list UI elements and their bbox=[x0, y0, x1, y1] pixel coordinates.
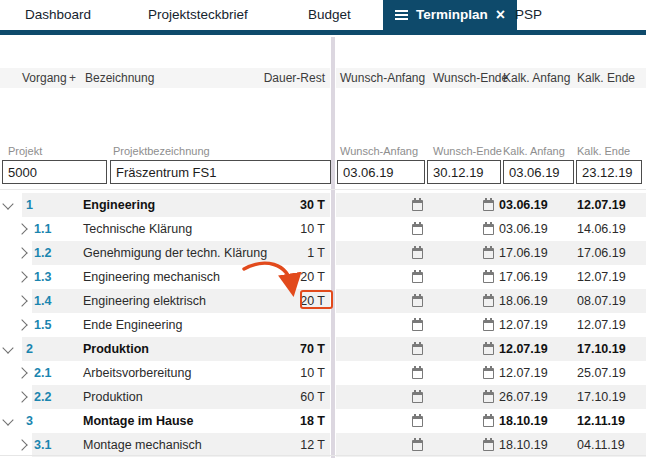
task-kalk-ende: 12.07.19 bbox=[577, 313, 626, 337]
task-row[interactable]: 1.3 Engineering mechanisch 20 T 17.06.19… bbox=[0, 265, 646, 289]
expander-chevron-right-icon[interactable] bbox=[16, 247, 27, 258]
tab-budget[interactable]: Budget bbox=[308, 0, 351, 30]
task-number: 1 bbox=[26, 193, 33, 217]
tab-projektsteckbrief[interactable]: Projektsteckbrief bbox=[148, 0, 248, 30]
annotation-highlight-box bbox=[300, 290, 333, 309]
calendar-icon[interactable] bbox=[483, 296, 494, 307]
tab-terminplan-active[interactable]: Terminplan × bbox=[383, 0, 517, 30]
task-row[interactable]: 1.2 Genehmigung der techn. Klärung 1 T 1… bbox=[0, 241, 646, 265]
calendar-icon[interactable] bbox=[412, 440, 423, 451]
calendar-icon[interactable] bbox=[483, 416, 494, 427]
expander-chevron-right-icon[interactable] bbox=[16, 439, 27, 450]
col-header-wunsch-ende[interactable]: Wunsch-Ende bbox=[433, 68, 508, 88]
calendar-icon[interactable] bbox=[483, 272, 494, 283]
task-kalk-ende: 17.10.19 bbox=[577, 385, 626, 409]
menu-hamburger-icon[interactable] bbox=[395, 10, 408, 20]
task-row[interactable]: 3 Montage im Hause 18 T 18.10.19 12.11.1… bbox=[0, 409, 646, 433]
calendar-icon[interactable] bbox=[483, 224, 494, 235]
task-name: Engineering mechanisch bbox=[83, 265, 220, 289]
task-row[interactable]: 2.2 Produktion 60 T 26.07.19 17.10.19 bbox=[0, 385, 646, 409]
task-row[interactable]: 1 Engineering 30 T 03.06.19 12.07.19 bbox=[0, 193, 646, 217]
calendar-icon[interactable] bbox=[483, 344, 494, 355]
expander-chevron-down-icon[interactable] bbox=[2, 198, 13, 209]
col-header-bezeichnung[interactable]: Bezeichnung bbox=[85, 68, 154, 88]
calendar-icon[interactable] bbox=[483, 200, 494, 211]
col-header-dauer-rest[interactable]: Dauer-Rest bbox=[250, 68, 325, 88]
wunsch-ende-input[interactable] bbox=[427, 160, 501, 184]
task-kalk-anfang: 18.10.19 bbox=[499, 409, 548, 433]
calendar-icon[interactable] bbox=[483, 320, 494, 331]
expander-chevron-right-icon[interactable] bbox=[16, 319, 27, 330]
expander-chevron-right-icon[interactable] bbox=[16, 391, 27, 402]
calendar-icon[interactable] bbox=[412, 272, 423, 283]
tab-psp[interactable]: PSP bbox=[515, 0, 542, 30]
task-kalk-anfang: 12.07.19 bbox=[499, 361, 548, 385]
expander-chevron-right-icon[interactable] bbox=[16, 367, 27, 378]
calendar-icon[interactable] bbox=[412, 248, 423, 259]
wunsch-anfang-input[interactable] bbox=[337, 160, 425, 184]
task-table-rows: 1 Engineering 30 T 03.06.19 12.07.19 1.1… bbox=[0, 193, 646, 457]
task-number: 1.2 bbox=[34, 241, 51, 265]
label-projektbezeichnung: Projektbezeichnung bbox=[113, 144, 210, 158]
task-duration: 10 T bbox=[250, 361, 325, 385]
task-number: 2.1 bbox=[34, 361, 51, 385]
col-header-kalk-anfang[interactable]: Kalk. Anfang bbox=[503, 68, 570, 88]
projektbezeichnung-input[interactable] bbox=[110, 160, 331, 184]
calendar-icon[interactable] bbox=[412, 416, 423, 427]
calendar-icon[interactable] bbox=[412, 200, 423, 211]
kalk-ende-input[interactable] bbox=[576, 160, 642, 184]
col-header-kalk-ende[interactable]: Kalk. Ende bbox=[577, 68, 635, 88]
calendar-icon[interactable] bbox=[412, 320, 423, 331]
expander-chevron-down-icon[interactable] bbox=[2, 414, 13, 425]
label-wunsch-ende: Wunsch-Ende bbox=[433, 144, 502, 158]
calendar-icon[interactable] bbox=[412, 368, 423, 379]
calendar-icon[interactable] bbox=[483, 248, 494, 259]
calendar-icon[interactable] bbox=[412, 224, 423, 235]
task-name: Montage im Hause bbox=[83, 409, 193, 433]
task-name: Montage mechanisch bbox=[83, 433, 202, 457]
active-tab-underline bbox=[0, 30, 646, 35]
task-number: 1.4 bbox=[34, 289, 51, 313]
kalk-anfang-input[interactable] bbox=[503, 160, 574, 184]
task-row[interactable]: 1.1 Technische Klärung 10 T 03.06.19 14.… bbox=[0, 217, 646, 241]
task-row[interactable]: 1.4 Engineering elektrisch 20 T 18.06.19… bbox=[0, 289, 646, 313]
projekt-input[interactable] bbox=[2, 160, 107, 184]
tab-bar: Dashboard Projektsteckbrief Budget Termi… bbox=[0, 0, 646, 30]
task-kalk-anfang: 12.07.19 bbox=[499, 337, 548, 361]
calendar-icon[interactable] bbox=[483, 368, 494, 379]
column-header-row: Vorgang + Bezeichnung Dauer-Rest Wunsch-… bbox=[0, 68, 646, 88]
task-row[interactable]: 3.1 Montage mechanisch 12 T 18.10.19 04.… bbox=[0, 433, 646, 457]
task-duration: 70 T bbox=[250, 337, 325, 361]
close-tab-icon[interactable]: × bbox=[496, 1, 505, 29]
task-name: Technische Klärung bbox=[83, 217, 192, 241]
expander-chevron-right-icon[interactable] bbox=[16, 223, 27, 234]
task-number: 3.1 bbox=[34, 433, 51, 457]
calendar-icon[interactable] bbox=[483, 440, 494, 451]
expander-chevron-right-icon[interactable] bbox=[16, 271, 27, 282]
calendar-icon[interactable] bbox=[483, 392, 494, 403]
task-duration: 60 T bbox=[250, 385, 325, 409]
task-kalk-ende: 04.11.19 bbox=[577, 433, 625, 457]
task-row[interactable]: 2.1 Arbeitsvorbereitung 10 T 12.07.19 25… bbox=[0, 361, 646, 385]
task-kalk-anfang: 18.10.19 bbox=[499, 433, 548, 457]
task-kalk-anfang: 17.06.19 bbox=[499, 241, 548, 265]
plus-icon[interactable]: + bbox=[69, 68, 76, 88]
task-name: Arbeitsvorbereitung bbox=[83, 361, 191, 385]
task-kalk-ende: 12.07.19 bbox=[577, 193, 626, 217]
calendar-icon[interactable] bbox=[412, 296, 423, 307]
col-header-wunsch-anfang[interactable]: Wunsch-Anfang bbox=[340, 68, 425, 88]
task-row[interactable]: 2 Produktion 70 T 12.07.19 17.10.19 bbox=[0, 337, 646, 361]
expander-chevron-right-icon[interactable] bbox=[16, 295, 27, 306]
col-header-vorgang[interactable]: Vorgang bbox=[22, 68, 67, 88]
active-tab-label: Terminplan bbox=[416, 0, 488, 30]
expander-chevron-down-icon[interactable] bbox=[2, 342, 13, 353]
task-number: 1.3 bbox=[34, 265, 51, 289]
tab-dashboard[interactable]: Dashboard bbox=[25, 0, 91, 30]
task-row[interactable]: 1.5 Ende Engineering 12.07.19 12.07.19 bbox=[0, 313, 646, 337]
task-name: Engineering bbox=[83, 193, 155, 217]
calendar-icon[interactable] bbox=[412, 392, 423, 403]
calendar-icon[interactable] bbox=[412, 344, 423, 355]
task-kalk-ende: 17.10.19 bbox=[577, 337, 626, 361]
task-kalk-ende: 25.07.19 bbox=[577, 361, 626, 385]
task-kalk-ende: 14.06.19 bbox=[577, 217, 626, 241]
